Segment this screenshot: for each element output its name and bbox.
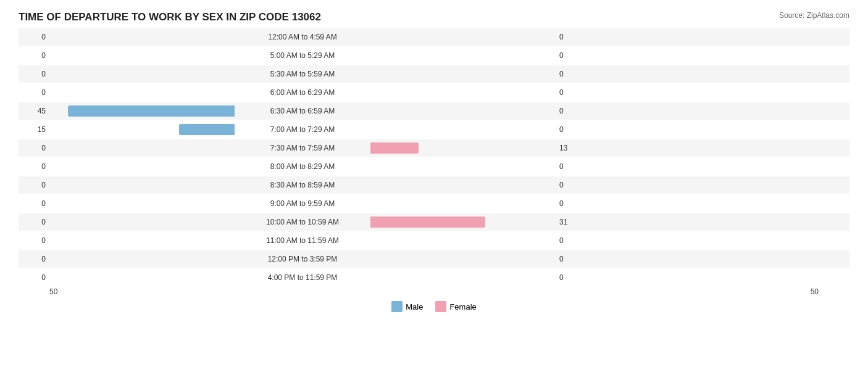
- female-bar-area: [370, 216, 556, 228]
- table-row: 010:00 AM to 10:59 AM31: [19, 213, 849, 231]
- source-text: Source: ZipAtlas.com: [779, 11, 849, 20]
- time-label: 12:00 AM to 4:59 AM: [235, 33, 370, 41]
- female-value: 0: [556, 236, 586, 245]
- time-label: 12:00 PM to 3:59 PM: [235, 255, 370, 263]
- table-row: 012:00 PM to 3:59 PM0: [19, 250, 849, 268]
- legend-female: Female: [435, 301, 476, 312]
- male-value: 0: [19, 236, 49, 245]
- time-label: 10:00 AM to 10:59 AM: [235, 218, 370, 226]
- male-value: 0: [19, 144, 49, 152]
- table-row: 09:00 AM to 9:59 AM0: [19, 195, 849, 212]
- time-label: 11:00 AM to 11:59 AM: [235, 236, 370, 245]
- time-label: 7:00 AM to 7:29 AM: [235, 125, 370, 134]
- male-value: 0: [19, 273, 49, 282]
- male-value: 15: [19, 125, 49, 134]
- female-value: 0: [556, 51, 586, 60]
- time-label: 6:30 AM to 6:59 AM: [235, 107, 370, 115]
- male-value: 0: [19, 218, 49, 226]
- female-value: 0: [556, 125, 586, 134]
- female-bar: [370, 142, 419, 154]
- male-bar: [68, 105, 235, 117]
- male-value: 0: [19, 33, 49, 41]
- legend-area: Male Female: [19, 301, 849, 312]
- male-bar-area: [49, 105, 235, 117]
- table-row: 011:00 AM to 11:59 AM0: [19, 232, 849, 249]
- male-value: 45: [19, 107, 49, 115]
- male-value: 0: [19, 199, 49, 208]
- male-value: 0: [19, 181, 49, 189]
- time-label: 8:30 AM to 8:59 AM: [235, 181, 370, 189]
- chart-area: 012:00 AM to 4:59 AM005:00 AM to 5:29 AM…: [19, 28, 849, 286]
- male-bar: [179, 124, 235, 135]
- female-value: 0: [556, 162, 586, 171]
- time-label: 4:00 PM to 11:59 PM: [235, 273, 370, 282]
- male-value: 0: [19, 162, 49, 171]
- table-row: 04:00 PM to 11:59 PM0: [19, 269, 849, 286]
- table-row: 08:30 AM to 8:59 AM0: [19, 176, 849, 194]
- male-value: 0: [19, 51, 49, 60]
- female-value: 0: [556, 181, 586, 189]
- male-value: 0: [19, 70, 49, 78]
- table-row: 07:30 AM to 7:59 AM13: [19, 139, 849, 157]
- axis-right: 50: [811, 287, 819, 296]
- table-row: 06:00 AM to 6:29 AM0: [19, 84, 849, 101]
- female-value: 13: [556, 144, 586, 152]
- axis-labels: 50 50: [19, 287, 849, 296]
- table-row: 157:00 AM to 7:29 AM0: [19, 121, 849, 138]
- female-value: 31: [556, 218, 586, 226]
- female-bar: [370, 216, 485, 228]
- male-value: 0: [19, 255, 49, 263]
- time-label: 6:00 AM to 6:29 AM: [235, 88, 370, 97]
- time-label: 7:30 AM to 7:59 AM: [235, 144, 370, 152]
- table-row: 08:00 AM to 8:29 AM0: [19, 158, 849, 175]
- legend-male: Male: [391, 301, 423, 312]
- table-row: 05:30 AM to 5:59 AM0: [19, 65, 849, 83]
- time-label: 8:00 AM to 8:29 AM: [235, 162, 370, 171]
- female-value: 0: [556, 199, 586, 208]
- male-value: 0: [19, 88, 49, 97]
- table-row: 456:30 AM to 6:59 AM0: [19, 102, 849, 120]
- chart-title: TIME OF DEPARTURE TO WORK BY SEX IN ZIP …: [19, 11, 849, 23]
- male-bar-area: [49, 124, 235, 135]
- female-value: 0: [556, 273, 586, 282]
- legend-male-box: [391, 301, 403, 312]
- chart-container: TIME OF DEPARTURE TO WORK BY SEX IN ZIP …: [0, 0, 868, 367]
- female-value: 0: [556, 107, 586, 115]
- legend-male-label: Male: [406, 302, 423, 311]
- legend-female-label: Female: [449, 302, 476, 311]
- female-bar-area: [370, 142, 556, 154]
- legend-female-box: [435, 301, 446, 312]
- female-value: 0: [556, 88, 586, 97]
- female-value: 0: [556, 255, 586, 263]
- female-value: 0: [556, 70, 586, 78]
- time-label: 5:30 AM to 5:59 AM: [235, 70, 370, 78]
- female-value: 0: [556, 33, 586, 41]
- table-row: 012:00 AM to 4:59 AM0: [19, 28, 849, 46]
- time-label: 5:00 AM to 5:29 AM: [235, 51, 370, 60]
- table-row: 05:00 AM to 5:29 AM0: [19, 47, 849, 64]
- axis-left: 50: [49, 287, 57, 296]
- time-label: 9:00 AM to 9:59 AM: [235, 199, 370, 208]
